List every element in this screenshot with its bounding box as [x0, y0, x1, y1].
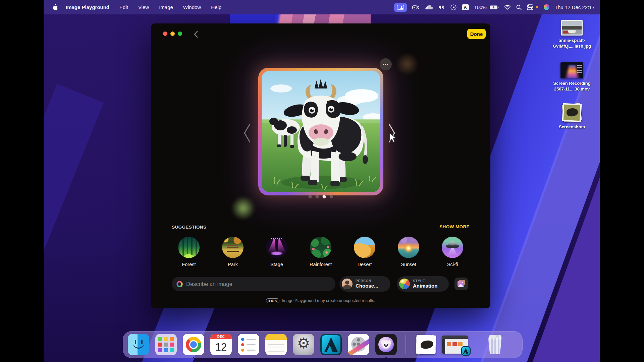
close-button[interactable]	[163, 32, 167, 36]
screen-mirroring-icon[interactable]	[394, 3, 407, 12]
desktop: Image Playground Edit View Image Window …	[44, 0, 600, 362]
dock-launchpad[interactable]	[155, 334, 177, 355]
apple-menu-icon[interactable]	[52, 4, 58, 11]
suggestion-label: Sci-fi	[447, 262, 458, 267]
scifi-thumbnail	[442, 237, 463, 258]
battery-icon[interactable]	[489, 3, 499, 12]
carousel-dots	[309, 195, 333, 198]
suggestion-stage[interactable]: Stage	[266, 237, 287, 267]
show-more-button[interactable]: SHOW MORE	[439, 224, 470, 229]
photos-icon	[458, 281, 465, 287]
suggestion-sunset[interactable]: Sunset	[398, 237, 419, 267]
suggestion-label: Forest	[182, 262, 196, 267]
zoom-button[interactable]	[178, 32, 182, 36]
person-picker-button[interactable]: PERSON Choose...	[339, 276, 390, 292]
generated-image-frame[interactable]	[258, 68, 383, 195]
beta-disclaimer: BETA Image Playground may create unexpec…	[151, 298, 490, 303]
suggestion-park[interactable]: Park	[222, 237, 244, 267]
suggestion-desert[interactable]: Desert	[354, 237, 375, 267]
menu-view[interactable]: View	[138, 4, 149, 10]
control-center-icon[interactable]	[527, 3, 533, 12]
prompt-field[interactable]	[172, 277, 335, 291]
green-glow-blob	[231, 196, 256, 220]
dock-trash[interactable]	[485, 334, 505, 355]
video-file-thumbnail	[560, 62, 583, 78]
desert-thumbnail	[354, 237, 375, 258]
suggestion-rainforest[interactable]: Rainforest	[310, 237, 331, 267]
desktop-file-annie-spratt[interactable]: annie-spratt- GviMfQL...lash.jpg	[543, 20, 600, 49]
onedrive-cloud-icon[interactable]	[425, 3, 433, 12]
menu-image[interactable]: Image	[159, 4, 173, 10]
apple-intelligence-icon	[176, 281, 183, 287]
gear-icon: ⚙	[293, 335, 314, 352]
rainforest-thumbnail	[310, 237, 331, 258]
dock-notes[interactable]	[265, 334, 287, 355]
desktop-file-screen-recording[interactable]: Screen Recording 2567-11....38.mov	[543, 62, 600, 92]
image-playground-window: Done	[151, 23, 490, 308]
dock-video-app[interactable]	[348, 334, 369, 355]
play-circle-icon[interactable]	[450, 3, 457, 12]
menu-window[interactable]: Window	[183, 4, 201, 10]
file-label: Screenshots	[559, 124, 585, 129]
image-file-thumbnail	[561, 20, 583, 36]
suggestion-label: Rainforest	[310, 262, 332, 267]
full-screenshot: Image Playground Edit View Image Window …	[0, 0, 644, 362]
forest-thumbnail	[178, 237, 200, 258]
style-picker-button[interactable]: STYLE Animation	[397, 276, 449, 292]
siri-icon[interactable]	[544, 4, 549, 10]
person-label: PERSON	[356, 279, 371, 283]
dock-separator	[406, 335, 406, 354]
dock-minimized-window[interactable]	[442, 336, 468, 354]
menu-help[interactable]: Help	[211, 4, 221, 10]
more-options-button[interactable]: •••	[380, 58, 392, 70]
dock-reminders[interactable]	[238, 334, 259, 355]
dock-calendar[interactable]: DEC 12	[210, 334, 232, 355]
menubar-app-name[interactable]: Image Playground	[66, 4, 109, 10]
suggestion-label: Park	[228, 262, 238, 267]
done-button[interactable]: Done	[467, 29, 486, 39]
wallpaper-stripe	[44, 84, 104, 362]
photos-picker-button[interactable]	[454, 278, 468, 290]
previous-image-arrow[interactable]	[243, 123, 252, 143]
beta-badge: BETA	[266, 298, 279, 303]
suggestions-row: Forest Park Stage Rainforest	[151, 237, 490, 267]
carousel-dot[interactable]	[323, 195, 326, 198]
style-value: Animation	[413, 283, 437, 289]
suggestion-label: Sunset	[401, 262, 416, 267]
menu-edit[interactable]: Edit	[119, 4, 128, 10]
wifi-icon[interactable]	[504, 3, 511, 12]
file-label: GviMfQL...lash.jpg	[553, 44, 591, 49]
suggestion-scifi[interactable]: Sci-fi	[442, 237, 463, 267]
calendar-month: DEC	[210, 334, 232, 339]
minimize-button[interactable]	[170, 32, 175, 36]
desktop-folder-screenshots[interactable]: Screenshots	[543, 103, 600, 130]
suggestion-forest[interactable]: Forest	[178, 237, 200, 267]
chrome-icon	[186, 337, 201, 352]
carousel-dot[interactable]	[316, 195, 319, 198]
search-icon[interactable]	[516, 3, 522, 12]
screenshots-stack-thumbnail	[561, 103, 582, 122]
dock-finder[interactable]	[128, 334, 149, 355]
dock: DEC 12 ⚙	[123, 331, 523, 358]
cow-image[interactable]	[262, 71, 380, 192]
file-label: annie-spratt-	[559, 38, 585, 43]
beta-text: Image Playground may create unexpected r…	[282, 298, 375, 303]
menubar-clock[interactable]: Thu 12 Dec 22:17	[555, 4, 595, 10]
carousel-dot[interactable]	[309, 195, 312, 198]
calendar-day: 12	[210, 339, 232, 355]
mouse-cursor	[389, 133, 398, 144]
back-button[interactable]	[193, 31, 199, 38]
dock-system-settings[interactable]: ⚙	[293, 334, 314, 355]
dock-affinity-designer[interactable]	[320, 334, 342, 355]
dock-image-playground[interactable]	[375, 334, 397, 355]
carousel-dot[interactable]	[330, 195, 333, 198]
input-source-icon[interactable]: A	[462, 4, 469, 10]
glow-blob	[395, 53, 419, 75]
file-label: Screen Recording	[553, 81, 590, 86]
suggestion-label: Stage	[270, 262, 283, 267]
video-camera-icon[interactable]	[412, 3, 420, 12]
dock-documents-stack[interactable]	[415, 335, 437, 355]
dock-chrome[interactable]	[183, 334, 204, 355]
prompt-input[interactable]	[186, 281, 331, 287]
volume-icon[interactable]	[438, 3, 445, 12]
